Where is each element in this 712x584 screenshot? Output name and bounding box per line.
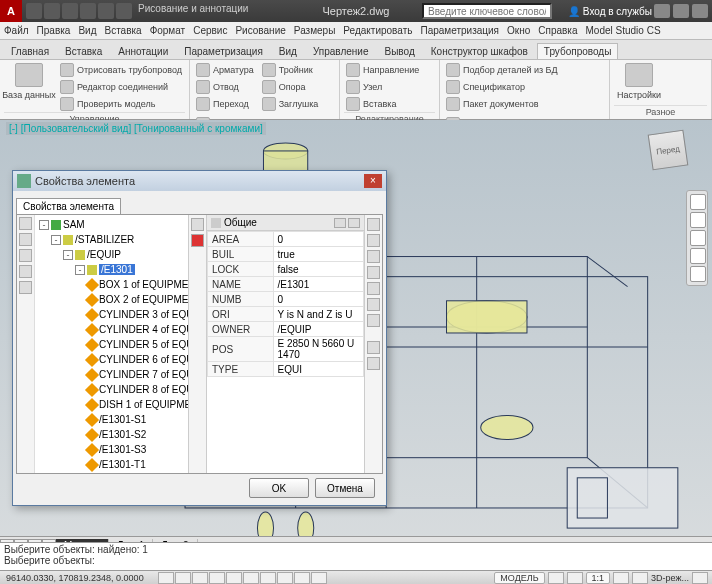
status-icon[interactable]	[632, 572, 648, 584]
side-tool-icon[interactable]	[367, 314, 380, 327]
osnap-icon[interactable]	[226, 572, 242, 584]
mid-delete-icon[interactable]	[191, 234, 204, 247]
ribbon-button[interactable]: Подбор деталей из БД	[444, 62, 560, 78]
ok-button[interactable]: OK	[249, 478, 309, 498]
database-button[interactable]: База данных	[4, 62, 54, 101]
prop-value[interactable]: true	[273, 247, 363, 262]
coordinates[interactable]: 96140.0330, 170819.2348, 0.0000	[0, 573, 150, 583]
qp-icon[interactable]	[311, 572, 327, 584]
property-group-header[interactable]: Общие	[207, 215, 364, 231]
model-space-button[interactable]: МОДЕЛЬ	[494, 572, 544, 584]
side-tool-icon[interactable]	[367, 218, 380, 231]
ducs-icon[interactable]	[260, 572, 276, 584]
scale-button[interactable]: 1:1	[586, 572, 611, 584]
menu-item[interactable]: Вид	[78, 25, 96, 36]
qat-print-icon[interactable]	[116, 3, 132, 19]
app-logo[interactable]: A	[0, 0, 22, 22]
qat-new-icon[interactable]	[26, 3, 42, 19]
status-icon[interactable]	[548, 572, 564, 584]
collapse-icon[interactable]	[334, 218, 346, 228]
ribbon-button[interactable]: Узел	[344, 79, 421, 95]
prop-value[interactable]: false	[273, 262, 363, 277]
menu-item[interactable]: Model Studio CS	[586, 25, 661, 36]
nav-pan-icon[interactable]	[690, 212, 706, 228]
property-grid[interactable]: AREA0BUILtrueLOCKfalseNAME/E1301NUMB0ORI…	[207, 231, 364, 473]
ribbon-button[interactable]: Заглушка	[260, 96, 321, 112]
tree-tool-icon[interactable]	[19, 265, 32, 278]
tree-tool-icon[interactable]	[19, 233, 32, 246]
nav-orbit-icon[interactable]	[690, 248, 706, 264]
view-cube[interactable]: Перед	[644, 126, 692, 174]
settings-button[interactable]: Настройки	[614, 62, 664, 101]
ribbon-tab[interactable]: Аннотации	[111, 43, 175, 59]
prop-value[interactable]: 0	[273, 292, 363, 307]
snap-icon[interactable]	[158, 572, 174, 584]
qat-open-icon[interactable]	[44, 3, 60, 19]
menu-item[interactable]: Параметризация	[420, 25, 499, 36]
side-tool-icon[interactable]	[367, 298, 380, 311]
side-tool-icon[interactable]	[367, 357, 380, 370]
dialog-title-bar[interactable]: Свойства элемента ×	[13, 171, 386, 191]
ribbon-tab[interactable]: Вид	[272, 43, 304, 59]
ribbon-tab[interactable]: Вывод	[378, 43, 422, 59]
ribbon-button[interactable]: Направление	[344, 62, 421, 78]
ribbon-button[interactable]: Отрисовать трубопровод	[58, 62, 184, 78]
prop-value[interactable]: Y is N and Z is U	[273, 307, 363, 322]
close-icon[interactable]	[692, 4, 708, 18]
prop-value[interactable]: /E1301	[273, 277, 363, 292]
workspace-3d-label[interactable]: 3D-реж...	[651, 573, 689, 583]
side-tool-icon[interactable]	[367, 282, 380, 295]
menu-item[interactable]: Редактировать	[343, 25, 412, 36]
tree-tool-icon[interactable]	[19, 217, 32, 230]
ribbon-button[interactable]: Опора	[260, 79, 321, 95]
nav-zoom-icon[interactable]	[690, 230, 706, 246]
ribbon-tab[interactable]: Вставка	[58, 43, 109, 59]
side-tool-icon[interactable]	[367, 341, 380, 354]
status-icon[interactable]	[692, 572, 708, 584]
menu-item[interactable]: Файл	[4, 25, 29, 36]
nav-wheel-icon[interactable]	[690, 194, 706, 210]
menu-item[interactable]: Размеры	[294, 25, 336, 36]
element-tree[interactable]: -SAM-/STABILIZER-/EQUIP-/E1301BOX 1 of E…	[35, 215, 188, 473]
ribbon-button[interactable]: Отвод	[194, 79, 256, 95]
nav-showmotion-icon[interactable]	[690, 266, 706, 282]
ribbon-button[interactable]: Спецификатор	[444, 79, 560, 95]
prop-value[interactable]: 0	[273, 232, 363, 247]
grid-icon[interactable]	[175, 572, 191, 584]
minimize-icon[interactable]	[654, 4, 670, 18]
status-icon[interactable]	[613, 572, 629, 584]
otrack-icon[interactable]	[243, 572, 259, 584]
side-tool-icon[interactable]	[367, 266, 380, 279]
menu-item[interactable]: Сервис	[193, 25, 227, 36]
prop-value[interactable]: EQUI	[273, 362, 363, 377]
maximize-icon[interactable]	[673, 4, 689, 18]
ribbon-button[interactable]: Переход	[194, 96, 256, 112]
menu-item[interactable]: Справка	[538, 25, 577, 36]
ribbon-button[interactable]: Редактор соединений	[58, 79, 184, 95]
prop-value[interactable]: /EQUIP	[273, 322, 363, 337]
qat-save-icon[interactable]	[62, 3, 78, 19]
prop-value[interactable]: E 2850 N 5660 U 1470	[273, 337, 363, 362]
cancel-button[interactable]: Отмена	[315, 478, 375, 498]
menu-item[interactable]: Вставка	[104, 25, 141, 36]
ribbon-button[interactable]: Арматура	[194, 62, 256, 78]
lwt-icon[interactable]	[294, 572, 310, 584]
ribbon-tab[interactable]: Главная	[4, 43, 56, 59]
polar-icon[interactable]	[209, 572, 225, 584]
status-icon[interactable]	[567, 572, 583, 584]
tree-tool-icon[interactable]	[19, 249, 32, 262]
ribbon-button[interactable]: Вставка	[344, 96, 421, 112]
ribbon-button[interactable]: Тройник	[260, 62, 321, 78]
qat-undo-icon[interactable]	[80, 3, 96, 19]
menu-item[interactable]: Правка	[37, 25, 71, 36]
ribbon-tab[interactable]: Параметризация	[177, 43, 270, 59]
ortho-icon[interactable]	[192, 572, 208, 584]
side-tool-icon[interactable]	[367, 234, 380, 247]
mid-tool-icon[interactable]	[191, 218, 204, 231]
dyn-icon[interactable]	[277, 572, 293, 584]
side-tool-icon[interactable]	[367, 250, 380, 263]
dialog-close-button[interactable]: ×	[364, 174, 382, 188]
qat-redo-icon[interactable]	[98, 3, 114, 19]
search-input[interactable]	[422, 3, 552, 19]
workspace-label[interactable]: Рисование и аннотации	[138, 3, 248, 19]
